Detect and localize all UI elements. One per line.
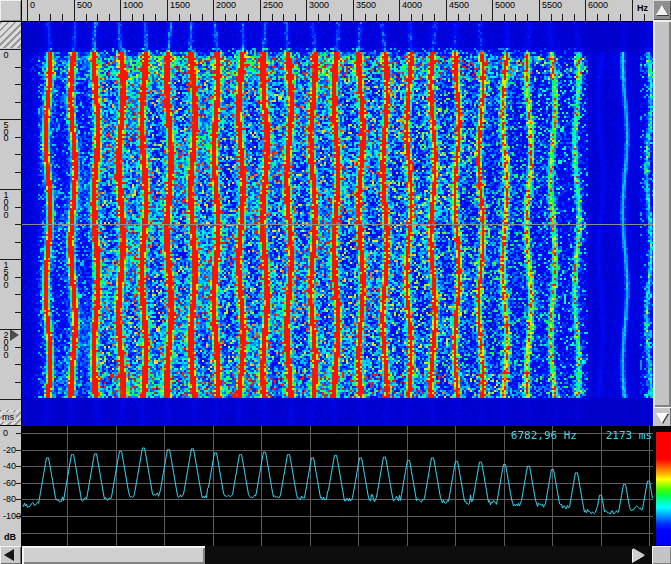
ruler-label: 1000	[123, 1, 143, 10]
minor-tick	[15, 312, 21, 313]
frequency-unit-label: Hz	[637, 3, 648, 13]
color-scale-legend	[655, 432, 671, 545]
db-ruler: dB 0-20-40-60-80-100	[0, 426, 22, 546]
ruler-label: 2000	[216, 1, 236, 10]
minor-tick	[15, 84, 21, 85]
minor-tick	[15, 224, 21, 225]
minor-tick	[318, 14, 319, 21]
ruler-label: 0	[3, 429, 8, 438]
minor-tick	[16, 466, 21, 467]
ruler-label: 1500	[170, 1, 190, 10]
minor-tick	[481, 14, 482, 21]
right-arrow-icon[interactable]	[633, 548, 645, 562]
major-tick	[306, 0, 307, 21]
ruler-label: 0	[2, 52, 10, 59]
ruler-label: -80	[3, 495, 16, 504]
minor-tick	[469, 14, 470, 21]
frequency-ruler: Hz 0500100015002000250030003500400045005…	[22, 0, 671, 22]
minor-tick	[608, 14, 609, 21]
up-arrow-icon	[656, 5, 668, 15]
spectrogram-app-window: Hz 0500100015002000250030003500400045005…	[0, 0, 671, 564]
minor-tick	[15, 67, 21, 68]
horizontal-scrollbar-thumb[interactable]	[22, 546, 205, 564]
ruler-label: 1 0 0 0	[2, 192, 10, 218]
time-unit-label: ms	[2, 412, 16, 422]
minor-tick	[295, 14, 296, 21]
ruler-label: 5 0 0	[2, 122, 10, 142]
ruler-label: 0	[30, 1, 35, 10]
minor-tick	[97, 14, 98, 21]
minor-tick	[15, 172, 21, 173]
minor-tick	[15, 277, 21, 278]
horizontal-scrollbar[interactable]	[0, 546, 671, 564]
minor-tick	[39, 14, 40, 21]
minor-tick	[644, 14, 645, 21]
major-tick	[0, 399, 21, 400]
minor-tick	[422, 14, 423, 21]
ruler-label: 2 0 0 0	[2, 332, 10, 358]
crosshair-line	[22, 224, 653, 225]
ruler-label: 4500	[449, 1, 469, 10]
ruler-label: 1 5 0 0	[2, 262, 10, 288]
ruler-label: 6000	[588, 1, 608, 10]
minor-tick	[376, 14, 377, 21]
ruler-label: 2500	[263, 1, 283, 10]
time-position-marker[interactable]	[10, 329, 19, 341]
ruler-label: 500	[77, 1, 92, 10]
minor-tick	[15, 382, 21, 383]
major-tick	[120, 0, 121, 21]
minor-tick	[132, 14, 133, 21]
minor-tick	[515, 14, 516, 21]
ruler-label: 3000	[309, 1, 329, 10]
minor-tick	[434, 14, 435, 21]
major-tick	[167, 0, 168, 21]
minor-tick	[283, 14, 284, 21]
major-tick	[213, 0, 214, 21]
major-tick	[585, 0, 586, 21]
ruler-label: 4000	[402, 1, 422, 10]
time-readout: 2173 ms	[515, 429, 652, 442]
major-tick	[632, 0, 633, 21]
down-arrow-icon	[656, 413, 668, 423]
vertical-scrollbar[interactable]	[653, 0, 671, 429]
minor-tick	[15, 154, 21, 155]
minor-tick	[15, 347, 21, 348]
scroll-up-button[interactable]	[653, 0, 671, 20]
minor-tick	[329, 14, 330, 21]
minor-tick	[15, 242, 21, 243]
minor-tick	[190, 14, 191, 21]
minor-tick	[272, 14, 273, 21]
major-tick	[446, 0, 447, 21]
major-tick	[539, 0, 540, 21]
minor-tick	[155, 14, 156, 21]
minor-tick	[16, 450, 21, 451]
minor-tick	[620, 14, 621, 21]
minor-tick	[236, 14, 237, 21]
ruler-label: 5000	[495, 1, 515, 10]
minor-tick	[15, 207, 21, 208]
scroll-left-button[interactable]	[0, 546, 21, 564]
minor-tick	[16, 483, 21, 484]
minor-tick	[62, 14, 63, 21]
minor-tick	[50, 14, 51, 21]
minor-tick	[388, 14, 389, 21]
major-tick	[27, 0, 28, 21]
minor-tick	[16, 433, 21, 434]
ruler-label: -40	[3, 462, 16, 471]
vertical-scrollbar-thumb[interactable]	[653, 20, 671, 407]
major-tick	[260, 0, 261, 21]
minor-tick	[202, 14, 203, 21]
corner-box-bottomright	[652, 546, 671, 564]
ruler-label: 5500	[542, 1, 562, 10]
minor-tick	[597, 14, 598, 21]
minor-tick	[16, 516, 21, 517]
minor-tick	[179, 14, 180, 21]
corner-box-topleft	[0, 0, 22, 22]
minor-tick	[551, 14, 552, 21]
minor-tick	[527, 14, 528, 21]
major-tick	[353, 0, 354, 21]
minor-tick	[143, 14, 144, 21]
minor-tick	[458, 14, 459, 21]
minor-tick	[15, 137, 21, 138]
minor-tick	[248, 14, 249, 21]
